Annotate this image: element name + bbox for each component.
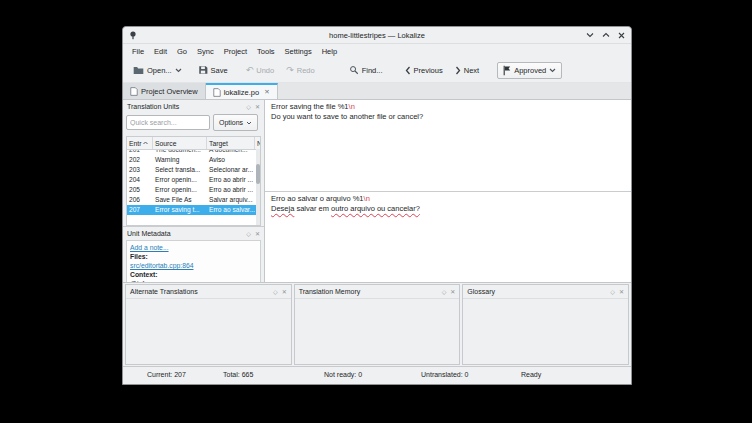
close-icon[interactable]: ✕ (450, 288, 455, 295)
window-title: home-littlestripes — Lokalize (123, 31, 631, 40)
menu-sync[interactable]: Sync (192, 46, 219, 57)
options-button[interactable]: Options (213, 114, 258, 131)
dock-title: Alternate Translations (130, 288, 198, 295)
files-label: Files: (130, 253, 148, 260)
escape-sequence: \n (364, 194, 370, 203)
document-icon (213, 88, 221, 97)
approved-button[interactable]: Approved (497, 62, 562, 79)
status-ready: Ready (521, 371, 541, 378)
table-row[interactable]: 205 Error openin... Erro ao abrir ... (127, 185, 260, 195)
status-untranslated: Untranslated: 0 (421, 371, 468, 378)
project-overview-icon (130, 87, 138, 96)
next-button[interactable]: Next (451, 63, 483, 78)
dock-title: Translation Units (127, 103, 179, 110)
column-target[interactable]: Target (207, 137, 255, 149)
table-row[interactable]: 202 Warning Aviso (127, 155, 260, 165)
save-button[interactable]: Save (194, 62, 232, 78)
target-text-editor[interactable]: Erro ao salvar o arquivo %1\n Deseja sal… (265, 192, 631, 282)
dock-title: Translation Memory (299, 288, 361, 295)
redo-button[interactable]: ↷ Redo (282, 63, 318, 78)
quick-search-input[interactable] (126, 115, 210, 130)
chevron-right-icon (455, 66, 461, 75)
sort-ascending-icon (143, 141, 148, 145)
menu-project[interactable]: Project (219, 46, 252, 57)
chevron-down-icon[interactable] (175, 68, 182, 73)
column-entry[interactable]: Entr (127, 137, 153, 149)
table-row[interactable]: 203 Select transla... Selecionar ar... (127, 165, 260, 175)
table-row[interactable]: 204 Error openin... Erro ao abrir ... (127, 175, 260, 185)
float-icon[interactable]: ◇ (246, 230, 251, 237)
search-icon (349, 65, 359, 75)
file-reference-link[interactable]: src/editortab.cpp:864 (130, 262, 193, 269)
tab-project-overview[interactable]: Project Overview (123, 83, 206, 99)
search-row: Options (123, 113, 264, 134)
add-note-link[interactable]: Add a note... (130, 244, 169, 251)
tab-label: lokalize.po (224, 88, 259, 97)
close-icon[interactable]: ✕ (255, 103, 260, 110)
left-dock-column: Translation Units ◇ ✕ Options Entr (123, 100, 265, 282)
translation-units-dock: Translation Units ◇ ✕ Options Entr (123, 100, 264, 226)
next-label: Next (464, 66, 479, 75)
translation-memory-dock: Translation Memory ◇ ✕ (294, 284, 461, 365)
table-row-selected[interactable]: 207 Error saving t... Erro ao salvar... (127, 205, 260, 215)
menu-settings[interactable]: Settings (280, 46, 317, 57)
status-total: Total: 665 (223, 371, 253, 378)
previous-button[interactable]: Previous (401, 63, 447, 78)
undo-button[interactable]: ↶ Undo (242, 63, 278, 78)
find-button[interactable]: Find... (345, 62, 387, 78)
float-icon[interactable]: ◇ (610, 288, 615, 295)
float-icon[interactable]: ◇ (442, 288, 447, 295)
approved-label: Approved (514, 66, 546, 75)
save-label: Save (211, 66, 228, 75)
redo-label: Redo (297, 66, 315, 75)
float-icon[interactable]: ◇ (273, 288, 278, 295)
close-icon[interactable]: ✕ (619, 288, 624, 295)
editor-area: Error saving the file %1\n Do you want t… (265, 100, 631, 282)
close-icon[interactable]: ✕ (255, 230, 260, 237)
close-button[interactable] (618, 32, 625, 39)
menu-go[interactable]: Go (172, 46, 192, 57)
menubar: File Edit Go Sync Project Tools Settings… (123, 44, 631, 58)
column-notes[interactable]: N (255, 137, 260, 149)
menu-edit[interactable]: Edit (149, 46, 172, 57)
tab-close-icon[interactable]: ✕ (264, 88, 269, 96)
table-scrollbar[interactable] (256, 149, 260, 225)
dock-title: Unit Metadata (127, 230, 171, 237)
menu-tools[interactable]: Tools (252, 46, 280, 57)
titlebar[interactable]: home-littlestripes — Lokalize (123, 27, 631, 44)
translation-memory-header: Translation Memory ◇ ✕ (295, 285, 460, 299)
save-icon (198, 65, 208, 75)
unit-metadata-header: Unit Metadata ◇ ✕ (123, 227, 264, 240)
menu-help[interactable]: Help (317, 46, 342, 57)
float-icon[interactable]: ◇ (246, 103, 251, 110)
approved-flag-icon (503, 65, 511, 76)
undo-label: Undo (256, 66, 274, 75)
status-current: Current: 207 (147, 371, 186, 378)
tabbar: Project Overview lokalize.po ✕ (123, 83, 631, 100)
table-header: Entr Source Target N (127, 137, 260, 150)
menu-file[interactable]: File (127, 46, 149, 57)
source-line-1: Error saving the file %1\n (271, 102, 625, 112)
maximize-button[interactable] (602, 32, 610, 38)
chevron-down-icon[interactable] (549, 68, 556, 73)
statusbar: Current: 207 Total: 665 Not ready: 0 Unt… (123, 366, 631, 384)
tab-lokalize-po[interactable]: lokalize.po ✕ (206, 83, 278, 99)
close-icon[interactable]: ✕ (282, 288, 287, 295)
minimize-button[interactable] (586, 32, 594, 38)
options-label: Options (219, 119, 243, 126)
alternate-translations-header: Alternate Translations ◇ ✕ (126, 285, 291, 299)
table-row[interactable]: 206 Save File As Salvar arquiv... (127, 195, 260, 205)
column-source[interactable]: Source (153, 137, 207, 149)
bottom-docks: Alternate Translations ◇ ✕ Translation M… (123, 282, 631, 366)
dock-title: Glossary (467, 288, 495, 295)
context-label: Context: (130, 271, 158, 278)
main-area: Translation Units ◇ ✕ Options Entr (123, 100, 631, 282)
open-button[interactable]: Open... (129, 63, 186, 78)
status-not-ready: Not ready: 0 (324, 371, 362, 378)
table-body: 201 The documen... A documen... 202 Warn… (127, 150, 260, 225)
target-line-1: Erro ao salvar o arquivo %1\n (271, 194, 625, 204)
source-line-2: Do you want to save to another file or c… (271, 112, 625, 122)
glossary-header: Glossary ◇ ✕ (463, 285, 628, 299)
undo-icon: ↶ (246, 66, 254, 75)
escape-sequence: \n (349, 102, 355, 111)
